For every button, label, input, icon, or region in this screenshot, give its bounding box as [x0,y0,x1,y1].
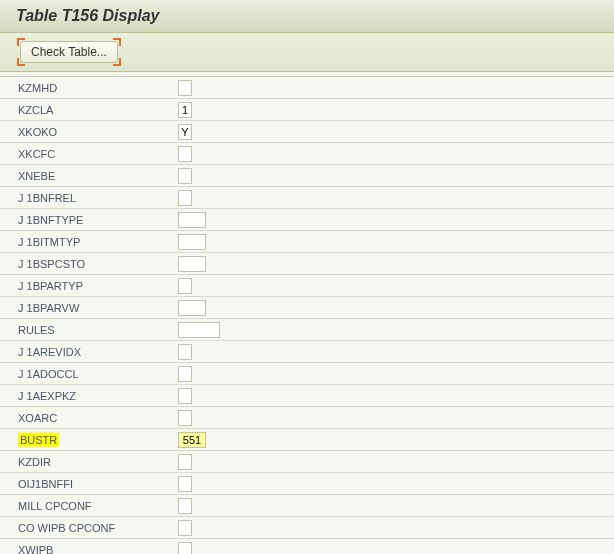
field-row: KZMHD [0,77,614,99]
field-input[interactable] [178,542,192,555]
field-row: KZCLA [0,99,614,121]
field-input[interactable] [178,124,192,140]
field-label: XOARC [18,412,57,424]
field-row: KZDIR [0,451,614,473]
field-row: CO WIPB CPCONF [0,517,614,539]
field-label: J 1BNFTYPE [18,214,83,226]
field-label: KZMHD [18,82,57,94]
field-input[interactable] [178,80,192,96]
field-row: XKOKO [0,121,614,143]
field-row: J 1BNFTYPE [0,209,614,231]
field-row: J 1BPARTYP [0,275,614,297]
field-label: CO WIPB CPCONF [18,522,115,534]
field-label: J 1AEXPKZ [18,390,76,402]
field-row: OIJ1BNFFI [0,473,614,495]
field-input[interactable] [178,190,192,206]
field-row: J 1BNFREL [0,187,614,209]
field-label: OIJ1BNFFI [18,478,73,490]
field-input[interactable] [178,454,192,470]
field-row: XOARC [0,407,614,429]
field-label: J 1ADOCCL [18,368,79,380]
check-table-wrap: Check Table... [20,41,118,63]
field-input[interactable] [178,256,206,272]
field-row: XKCFC [0,143,614,165]
field-input[interactable] [178,410,192,426]
page-title: Table T156 Display [0,0,614,33]
field-label: J 1BNFREL [18,192,76,204]
field-row: XNEBE [0,165,614,187]
field-label: KZCLA [18,104,53,116]
field-input[interactable] [178,366,192,382]
field-input[interactable] [178,476,192,492]
field-input[interactable] [178,344,192,360]
toolbar: Check Table... [0,33,614,72]
field-row: BUSTR [0,429,614,451]
field-input[interactable] [178,388,192,404]
field-label: XNEBE [18,170,55,182]
field-input[interactable] [178,102,192,118]
field-label: MILL CPCONF [18,500,92,512]
check-table-button[interactable]: Check Table... [20,41,118,63]
field-label: KZDIR [18,456,51,468]
field-list: KZMHDKZCLAXKOKOXKCFCXNEBEJ 1BNFRELJ 1BNF… [0,76,614,554]
field-label: J 1BSPCSTO [18,258,85,270]
field-input[interactable] [178,168,192,184]
field-label: XWIPB [18,544,53,555]
field-input[interactable] [178,498,192,514]
field-row: J 1ADOCCL [0,363,614,385]
field-label: J 1BPARTYP [18,280,83,292]
field-label: J 1BPARVW [18,302,79,314]
field-row: J 1BITMTYP [0,231,614,253]
field-row: MILL CPCONF [0,495,614,517]
field-input[interactable] [178,432,206,448]
field-label: RULES [18,324,55,336]
field-label: J 1AREVIDX [18,346,81,358]
field-input[interactable] [178,278,192,294]
field-input[interactable] [178,322,220,338]
field-label: BUSTR [18,433,59,447]
field-row: J 1AREVIDX [0,341,614,363]
field-input[interactable] [178,520,192,536]
field-row: RULES [0,319,614,341]
field-label: XKOKO [18,126,57,138]
field-input[interactable] [178,300,206,316]
field-input[interactable] [178,212,206,228]
field-row: J 1AEXPKZ [0,385,614,407]
field-label: J 1BITMTYP [18,236,80,248]
field-input[interactable] [178,146,192,162]
field-input[interactable] [178,234,206,250]
field-row: J 1BPARVW [0,297,614,319]
field-row: XWIPB [0,539,614,554]
field-row: J 1BSPCSTO [0,253,614,275]
field-label: XKCFC [18,148,55,160]
